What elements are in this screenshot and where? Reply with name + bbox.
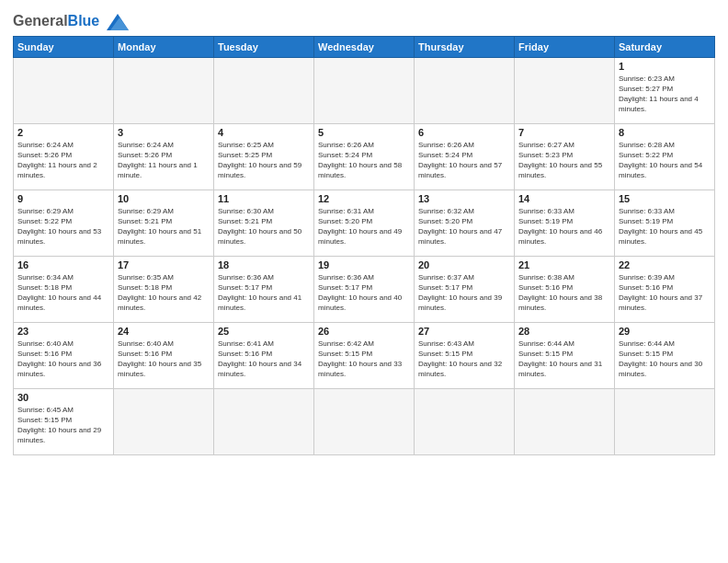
calendar-cell: 14Sunrise: 6:33 AMSunset: 5:19 PMDayligh…	[515, 190, 615, 256]
day-number: 1	[619, 61, 711, 72]
day-number: 20	[418, 259, 510, 270]
day-info: Sunrise: 6:36 AMSunset: 5:17 PMDaylight:…	[218, 272, 310, 314]
calendar-cell: 28Sunrise: 6:44 AMSunset: 5:15 PMDayligh…	[515, 322, 615, 388]
day-info: Sunrise: 6:24 AMSunset: 5:26 PMDaylight:…	[118, 140, 210, 181]
day-number: 21	[518, 259, 610, 270]
weekday-header-saturday: Saturday	[615, 36, 715, 57]
day-info: Sunrise: 6:43 AMSunset: 5:15 PMDaylight:…	[418, 339, 510, 380]
day-number: 3	[118, 127, 210, 138]
calendar-cell	[314, 57, 415, 123]
day-info: Sunrise: 6:31 AMSunset: 5:20 PMDaylight:…	[318, 206, 410, 247]
day-info: Sunrise: 6:38 AMSunset: 5:16 PMDaylight:…	[518, 272, 610, 314]
week-row-0: 1Sunrise: 6:23 AMSunset: 5:27 PMDaylight…	[14, 57, 715, 123]
calendar-cell: 30Sunrise: 6:45 AMSunset: 5:15 PMDayligh…	[14, 388, 114, 454]
weekday-header-tuesday: Tuesday	[214, 36, 314, 57]
calendar-header: SundayMondayTuesdayWednesdayThursdayFrid…	[14, 36, 715, 57]
day-number: 2	[17, 127, 109, 138]
day-info: Sunrise: 6:24 AMSunset: 5:26 PMDaylight:…	[17, 140, 109, 181]
calendar-cell: 13Sunrise: 6:32 AMSunset: 5:20 PMDayligh…	[415, 190, 515, 256]
weekday-header-friday: Friday	[515, 36, 615, 57]
day-info: Sunrise: 6:40 AMSunset: 5:16 PMDaylight:…	[118, 339, 210, 380]
calendar-cell: 22Sunrise: 6:39 AMSunset: 5:16 PMDayligh…	[615, 256, 715, 322]
calendar-cell: 12Sunrise: 6:31 AMSunset: 5:20 PMDayligh…	[314, 190, 415, 256]
calendar-cell: 2Sunrise: 6:24 AMSunset: 5:26 PMDaylight…	[14, 123, 114, 190]
calendar-cell	[114, 388, 214, 454]
calendar-cell: 17Sunrise: 6:35 AMSunset: 5:18 PMDayligh…	[114, 256, 214, 322]
day-number: 12	[318, 193, 410, 204]
calendar-table: SundayMondayTuesdayWednesdayThursdayFrid…	[13, 36, 715, 455]
day-info: Sunrise: 6:29 AMSunset: 5:21 PMDaylight:…	[118, 206, 210, 247]
day-info: Sunrise: 6:32 AMSunset: 5:20 PMDaylight:…	[418, 206, 510, 247]
calendar-cell: 21Sunrise: 6:38 AMSunset: 5:16 PMDayligh…	[515, 256, 615, 322]
day-number: 29	[619, 326, 711, 337]
day-info: Sunrise: 6:33 AMSunset: 5:19 PMDaylight:…	[518, 206, 610, 247]
logo-general: General	[13, 13, 68, 29]
calendar-cell	[214, 388, 314, 454]
logo-blue-text: Blue	[68, 13, 100, 29]
weekday-header-sunday: Sunday	[14, 36, 114, 57]
day-number: 26	[318, 326, 410, 337]
day-info: Sunrise: 6:37 AMSunset: 5:17 PMDaylight:…	[418, 272, 510, 314]
page: GeneralBlue SundayMondayTuesdayWednesday…	[0, 0, 728, 563]
day-info: Sunrise: 6:30 AMSunset: 5:21 PMDaylight:…	[218, 206, 310, 247]
day-info: Sunrise: 6:34 AMSunset: 5:18 PMDaylight:…	[17, 272, 109, 314]
logo-text: GeneralBlue	[13, 13, 129, 30]
calendar-cell: 9Sunrise: 6:29 AMSunset: 5:22 PMDaylight…	[14, 190, 114, 256]
calendar-body: 1Sunrise: 6:23 AMSunset: 5:27 PMDaylight…	[14, 57, 715, 454]
day-info: Sunrise: 6:44 AMSunset: 5:15 PMDaylight:…	[518, 339, 610, 380]
calendar-cell	[314, 388, 415, 454]
day-info: Sunrise: 6:44 AMSunset: 5:15 PMDaylight:…	[619, 339, 711, 380]
calendar-cell: 5Sunrise: 6:26 AMSunset: 5:24 PMDaylight…	[314, 123, 415, 190]
day-info: Sunrise: 6:27 AMSunset: 5:23 PMDaylight:…	[518, 140, 610, 181]
weekday-header-wednesday: Wednesday	[314, 36, 415, 57]
day-number: 6	[418, 127, 510, 138]
day-number: 8	[619, 127, 711, 138]
calendar-cell: 1Sunrise: 6:23 AMSunset: 5:27 PMDaylight…	[615, 57, 715, 123]
calendar-cell: 15Sunrise: 6:33 AMSunset: 5:19 PMDayligh…	[615, 190, 715, 256]
day-number: 22	[619, 259, 711, 270]
calendar-cell	[515, 57, 615, 123]
day-info: Sunrise: 6:25 AMSunset: 5:25 PMDaylight:…	[218, 140, 310, 181]
calendar-cell: 26Sunrise: 6:42 AMSunset: 5:15 PMDayligh…	[314, 322, 415, 388]
calendar-cell: 24Sunrise: 6:40 AMSunset: 5:16 PMDayligh…	[114, 322, 214, 388]
day-info: Sunrise: 6:40 AMSunset: 5:16 PMDaylight:…	[17, 339, 109, 380]
calendar-cell: 25Sunrise: 6:41 AMSunset: 5:16 PMDayligh…	[214, 322, 314, 388]
day-info: Sunrise: 6:29 AMSunset: 5:22 PMDaylight:…	[17, 206, 109, 247]
day-number: 25	[218, 326, 310, 337]
calendar-cell: 4Sunrise: 6:25 AMSunset: 5:25 PMDaylight…	[214, 123, 314, 190]
day-number: 27	[418, 326, 510, 337]
calendar-cell: 27Sunrise: 6:43 AMSunset: 5:15 PMDayligh…	[415, 322, 515, 388]
calendar-cell	[615, 388, 715, 454]
day-info: Sunrise: 6:28 AMSunset: 5:22 PMDaylight:…	[619, 140, 711, 181]
day-info: Sunrise: 6:45 AMSunset: 5:15 PMDaylight:…	[17, 405, 109, 446]
week-row-2: 9Sunrise: 6:29 AMSunset: 5:22 PMDaylight…	[14, 190, 715, 256]
day-info: Sunrise: 6:33 AMSunset: 5:19 PMDaylight:…	[619, 206, 711, 247]
calendar-cell: 6Sunrise: 6:26 AMSunset: 5:24 PMDaylight…	[415, 123, 515, 190]
calendar-cell	[14, 57, 114, 123]
day-number: 24	[118, 326, 210, 337]
day-number: 15	[619, 193, 711, 204]
weekday-header-thursday: Thursday	[415, 36, 515, 57]
week-row-4: 23Sunrise: 6:40 AMSunset: 5:16 PMDayligh…	[14, 322, 715, 388]
week-row-1: 2Sunrise: 6:24 AMSunset: 5:26 PMDaylight…	[14, 123, 715, 190]
weekday-header-monday: Monday	[114, 36, 214, 57]
day-number: 4	[218, 127, 310, 138]
day-number: 30	[17, 392, 109, 403]
logo-icon	[107, 14, 129, 30]
calendar-cell: 3Sunrise: 6:24 AMSunset: 5:26 PMDaylight…	[114, 123, 214, 190]
calendar-cell: 18Sunrise: 6:36 AMSunset: 5:17 PMDayligh…	[214, 256, 314, 322]
day-number: 28	[518, 326, 610, 337]
calendar-cell: 20Sunrise: 6:37 AMSunset: 5:17 PMDayligh…	[415, 256, 515, 322]
day-info: Sunrise: 6:35 AMSunset: 5:18 PMDaylight:…	[118, 272, 210, 314]
day-number: 10	[118, 193, 210, 204]
day-info: Sunrise: 6:42 AMSunset: 5:15 PMDaylight:…	[318, 339, 410, 380]
day-number: 9	[17, 193, 109, 204]
calendar-cell: 23Sunrise: 6:40 AMSunset: 5:16 PMDayligh…	[14, 322, 114, 388]
calendar-cell: 29Sunrise: 6:44 AMSunset: 5:15 PMDayligh…	[615, 322, 715, 388]
day-number: 14	[518, 193, 610, 204]
calendar-cell	[214, 57, 314, 123]
header: GeneralBlue	[13, 9, 715, 30]
day-number: 5	[318, 127, 410, 138]
calendar-cell: 7Sunrise: 6:27 AMSunset: 5:23 PMDaylight…	[515, 123, 615, 190]
weekday-row: SundayMondayTuesdayWednesdayThursdayFrid…	[14, 36, 715, 57]
